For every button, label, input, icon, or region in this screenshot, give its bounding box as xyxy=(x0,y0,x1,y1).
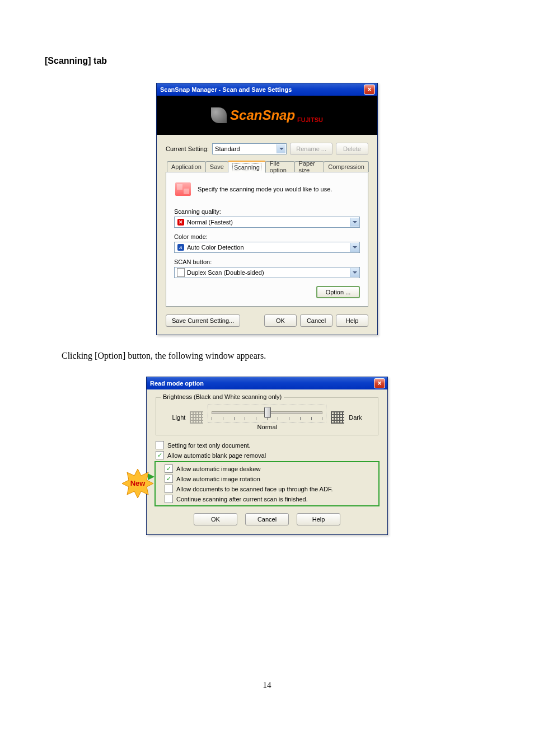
tab-file-option[interactable]: File option xyxy=(265,161,295,172)
read-mode-option-dialog: Read mode option × Brightness (Black and… xyxy=(146,377,388,535)
color-mode-combo[interactable]: AAuto Color Detection xyxy=(174,242,360,253)
normal-label: Normal xyxy=(208,424,326,430)
checkbox-icon xyxy=(156,441,164,449)
auto-color-icon: A xyxy=(177,244,184,251)
chevron-down-icon xyxy=(277,144,285,153)
checkbox-label: Allow automatic image rotation xyxy=(176,476,260,482)
checkbox-continue-scanning[interactable]: Continue scanning after current scan is … xyxy=(165,495,369,503)
checkbox-icon xyxy=(165,495,173,503)
titlebar[interactable]: ScanSnap Manager - Scan and Save Setting… xyxy=(157,83,377,96)
checkbox-face-up-adf[interactable]: Allow documents to be scanned face up th… xyxy=(165,485,369,493)
page-number: 14 xyxy=(45,680,489,690)
help-button[interactable]: Help xyxy=(297,513,340,525)
scanning-quality-value: Normal (Fastest) xyxy=(187,219,233,226)
scanning-quality-combo[interactable]: ✕Normal (Fastest) xyxy=(174,217,360,228)
close-icon[interactable]: × xyxy=(374,378,385,388)
checkbox-label: Allow documents to be scanned face up th… xyxy=(176,486,332,492)
checkbox-icon: ✓ xyxy=(156,451,164,459)
checkbox-label: Allow automatic blank page removal xyxy=(167,452,266,459)
help-button[interactable]: Help xyxy=(336,314,368,327)
dark-grid-icon xyxy=(331,411,344,424)
checkbox-text-only[interactable]: Setting for text only document. xyxy=(156,441,378,449)
tab-row: Application Save Scanning File option Pa… xyxy=(166,161,368,172)
svg-text:New: New xyxy=(130,479,146,487)
checkbox-label: Allow automatic image deskew xyxy=(176,466,260,472)
brightness-slider[interactable] xyxy=(208,405,326,422)
checkbox-blank-removal[interactable]: ✓ Allow automatic blank page removal xyxy=(156,451,378,459)
scan-mode-icon xyxy=(174,180,192,198)
body-paragraph: Clicking [Option] button, the following … xyxy=(62,351,489,361)
brightness-fieldset: Brightness (Black and White scanning onl… xyxy=(156,397,378,435)
chevron-down-icon xyxy=(350,268,359,277)
current-setting-combo[interactable]: Standard xyxy=(212,143,287,154)
scanning-tab-panel: Specify the scanning mode you would like… xyxy=(166,172,368,307)
specify-text: Specify the scanning mode you would like… xyxy=(198,186,332,192)
new-badge-icon: New xyxy=(122,468,153,499)
logo-main: ScanSnap xyxy=(230,107,295,123)
slider-thumb-icon[interactable] xyxy=(264,407,271,418)
logo-fujitsu: FUJITSU xyxy=(297,116,323,123)
dark-label: Dark xyxy=(349,414,362,421)
option-button[interactable]: Option ... xyxy=(316,286,360,298)
close-icon[interactable]: × xyxy=(364,84,375,95)
green-arrow-icon xyxy=(148,473,154,480)
save-current-setting-button[interactable]: Save Current Setting... xyxy=(166,314,240,327)
light-label: Light xyxy=(172,414,185,421)
checkbox-icon xyxy=(165,485,173,493)
cancel-button[interactable]: Cancel xyxy=(245,513,289,525)
tab-application[interactable]: Application xyxy=(167,161,206,172)
logo-header: ScanSnap FUJITSU xyxy=(157,96,377,135)
tab-save[interactable]: Save xyxy=(205,161,228,172)
titlebar[interactable]: Read mode option × xyxy=(147,377,387,389)
checkbox-icon: ✓ xyxy=(165,464,173,473)
brightness-legend: Brightness (Black and White scanning onl… xyxy=(161,393,284,400)
scansnap-logo: ScanSnap FUJITSU xyxy=(230,107,323,123)
light-grid-icon xyxy=(190,411,203,424)
scanning-quality-label: Scanning quality: xyxy=(174,208,360,215)
chevron-down-icon xyxy=(350,218,359,227)
tab-scanning[interactable]: Scanning xyxy=(228,161,266,173)
duplex-icon xyxy=(177,268,185,277)
checkbox-deskew[interactable]: ✓ Allow automatic image deskew xyxy=(165,464,369,473)
tab-paper-size[interactable]: Paper size xyxy=(294,161,325,172)
quality-x-icon: ✕ xyxy=(177,219,184,226)
chevron-down-icon xyxy=(350,243,359,252)
titlebar-text: ScanSnap Manager - Scan and Save Setting… xyxy=(160,86,292,93)
scan-button-combo[interactable]: Duplex Scan (Double-sided) xyxy=(174,267,360,278)
titlebar-text: Read mode option xyxy=(150,380,204,387)
checkbox-rotation[interactable]: ✓ Allow automatic image rotation xyxy=(165,475,369,483)
ok-button[interactable]: OK xyxy=(194,513,237,525)
section-heading: [Scanning] tab xyxy=(45,56,489,66)
rename-button: Rename ... xyxy=(290,143,332,155)
delete-button: Delete xyxy=(336,143,368,155)
scansnap-leaf-icon xyxy=(211,107,227,123)
checkbox-label: Setting for text only document. xyxy=(167,442,251,449)
scan-settings-dialog: ScanSnap Manager - Scan and Save Setting… xyxy=(156,83,378,335)
ok-button[interactable]: OK xyxy=(264,314,297,327)
checkbox-icon: ✓ xyxy=(165,475,173,483)
current-setting-label: Current Setting: xyxy=(166,145,209,152)
scan-button-value: Duplex Scan (Double-sided) xyxy=(187,269,264,276)
cancel-button[interactable]: Cancel xyxy=(300,314,332,327)
color-mode-label: Color mode: xyxy=(174,233,360,240)
tab-compression[interactable]: Compression xyxy=(324,161,369,172)
color-mode-value: Auto Color Detection xyxy=(187,244,244,251)
new-features-frame: ✓ Allow automatic image deskew ✓ Allow a… xyxy=(154,461,380,506)
checkbox-label: Continue scanning after current scan is … xyxy=(176,496,308,503)
scan-button-label: SCAN button: xyxy=(174,259,360,265)
current-setting-value: Standard xyxy=(215,145,277,152)
